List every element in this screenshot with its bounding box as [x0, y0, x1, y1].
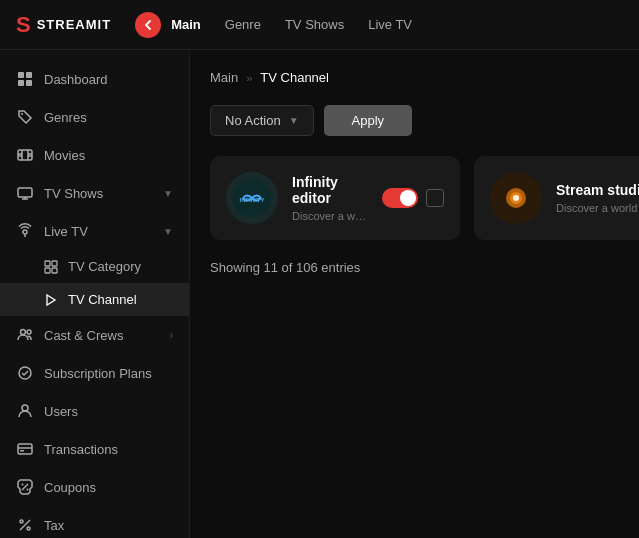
sidebar-item-cast[interactable]: Cast & Crews › — [0, 316, 189, 354]
sidebar-label-transactions: Transactions — [44, 442, 118, 457]
breadcrumb-current: TV Channel — [260, 70, 329, 85]
logo: S STREAMIT — [16, 12, 111, 38]
sidebar-item-genres[interactable]: Genres — [0, 98, 189, 136]
svg-point-34 — [27, 527, 30, 530]
sidebar-item-movies[interactable]: Movies — [0, 136, 189, 174]
action-label: No Action — [225, 113, 281, 128]
channel-info-infinity: Infinity editor Discover a world of ente… — [292, 174, 368, 222]
channel-card-stream: Stream studio Discover a world of entert… — [474, 156, 639, 240]
svg-point-15 — [23, 230, 27, 234]
sidebar-label-cast: Cast & Crews — [44, 328, 123, 343]
svg-point-33 — [20, 520, 23, 523]
svg-rect-3 — [26, 80, 32, 86]
caret-down-icon: ▼ — [289, 115, 299, 126]
channel-logo-stream — [490, 172, 542, 224]
sidebar-label-tax: Tax — [44, 518, 64, 533]
svg-point-31 — [27, 489, 29, 491]
sidebar-item-users[interactable]: Users — [0, 392, 189, 430]
svg-rect-28 — [20, 450, 24, 452]
sidebar-label-tvcategory: TV Category — [68, 259, 141, 274]
svg-rect-19 — [45, 268, 50, 273]
breadcrumb: Main » TV Channel — [210, 70, 619, 85]
user-icon — [16, 402, 34, 420]
nav-tvshows[interactable]: TV Shows — [285, 17, 344, 32]
svg-point-22 — [21, 330, 26, 335]
nav-genre[interactable]: Genre — [225, 17, 261, 32]
svg-rect-5 — [18, 150, 32, 160]
breadcrumb-parent[interactable]: Main — [210, 70, 238, 85]
svg-point-23 — [27, 330, 31, 334]
action-select[interactable]: No Action ▼ — [210, 105, 314, 136]
broadcast-icon — [16, 222, 34, 240]
sidebar-item-coupons[interactable]: Coupons — [0, 468, 189, 506]
svg-rect-2 — [18, 80, 24, 86]
svg-rect-17 — [45, 261, 50, 266]
main-content: Main » TV Channel No Action ▼ Apply INFI… — [190, 50, 639, 538]
sidebar-label-subscription: Subscription Plans — [44, 366, 152, 381]
film-icon — [16, 146, 34, 164]
badge-icon — [16, 364, 34, 382]
svg-marker-21 — [47, 295, 55, 305]
channel-desc-infinity: Discover a world of entertainme... — [292, 210, 368, 222]
sidebar-item-tax[interactable]: Tax — [0, 506, 189, 538]
sidebar-label-users: Users — [44, 404, 78, 419]
sidebar-label-tvchannel: TV Channel — [68, 292, 137, 307]
svg-line-32 — [20, 520, 30, 530]
tv-icon — [16, 184, 34, 202]
apply-button[interactable]: Apply — [324, 105, 413, 136]
sidebar-item-tvshows[interactable]: TV Shows ▼ — [0, 174, 189, 212]
checkbox-infinity[interactable] — [426, 189, 444, 207]
svg-point-29 — [22, 484, 24, 486]
toolbar: No Action ▼ Apply — [210, 105, 619, 136]
sidebar: Dashboard Genres Movies — [0, 50, 190, 538]
channel-info-stream: Stream studio Discover a world of entert… — [556, 182, 639, 214]
channel-icon — [44, 293, 58, 307]
channel-card-infinity: INFINITY Infinity editor Discover a worl… — [210, 156, 460, 240]
svg-rect-18 — [52, 261, 57, 266]
nav-livetv[interactable]: Live TV — [368, 17, 412, 32]
sidebar-item-dashboard[interactable]: Dashboard — [0, 60, 189, 98]
sidebar-item-tvchannel[interactable]: TV Channel — [0, 283, 189, 316]
cards-row: INFINITY Infinity editor Discover a worl… — [210, 156, 619, 240]
sidebar-label-movies: Movies — [44, 148, 85, 163]
sidebar-label-dashboard: Dashboard — [44, 72, 108, 87]
back-button[interactable] — [135, 12, 161, 38]
breadcrumb-separator: » — [246, 72, 252, 84]
svg-rect-26 — [18, 444, 32, 454]
svg-rect-12 — [18, 188, 32, 197]
sidebar-label-coupons: Coupons — [44, 480, 96, 495]
sidebar-item-livetv[interactable]: Live TV ▼ — [0, 212, 189, 250]
svg-point-25 — [22, 405, 28, 411]
card-controls-infinity — [382, 188, 444, 208]
svg-rect-20 — [52, 268, 57, 273]
chevron-down-icon: ▼ — [163, 188, 173, 199]
sidebar-label-genres: Genres — [44, 110, 87, 125]
svg-rect-1 — [26, 72, 32, 78]
logo-name: STREAMIT — [37, 17, 111, 32]
tag-icon — [16, 108, 34, 126]
svg-point-41 — [513, 195, 519, 201]
channel-logo-infinity: INFINITY — [226, 172, 278, 224]
channel-name-stream: Stream studio — [556, 182, 639, 198]
svg-rect-0 — [18, 72, 24, 78]
entries-count: Showing 11 of 106 entries — [210, 260, 619, 275]
sidebar-label-tvshows: TV Shows — [44, 186, 103, 201]
svg-point-4 — [21, 113, 23, 115]
sidebar-item-transactions[interactable]: Transactions — [0, 430, 189, 468]
category-icon — [44, 260, 58, 274]
sidebar-label-livetv: Live TV — [44, 224, 88, 239]
nav-links: Main Genre TV Shows Live TV — [171, 17, 412, 32]
sidebar-item-subscription[interactable]: Subscription Plans — [0, 354, 189, 392]
percent-icon — [16, 516, 34, 534]
toggle-infinity[interactable] — [382, 188, 418, 208]
users-icon — [16, 326, 34, 344]
channel-name-infinity: Infinity editor — [292, 174, 368, 206]
channel-desc-stream: Discover a world of entertainm... — [556, 202, 639, 214]
top-nav: S STREAMIT Main Genre TV Shows Live TV — [0, 0, 639, 50]
grid-icon — [16, 70, 34, 88]
nav-main[interactable]: Main — [171, 17, 201, 32]
sidebar-item-tvcategory[interactable]: TV Category — [0, 250, 189, 283]
coupon-icon — [16, 478, 34, 496]
chevron-right-icon: › — [170, 330, 173, 341]
logo-letter: S — [16, 12, 31, 38]
